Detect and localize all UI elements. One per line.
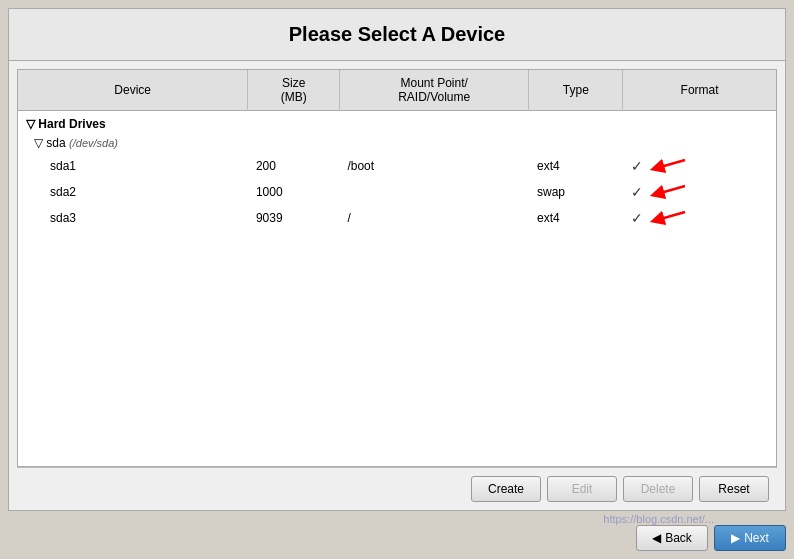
disk-sda-row[interactable]: ▽ sda (/dev/sda) — [18, 133, 776, 153]
partition-type-sda1: ext4 — [529, 153, 623, 179]
partition-mount-sda2 — [339, 179, 529, 205]
sda-path: (/dev/sda) — [69, 137, 118, 149]
partition-name-sda3: sda3 — [18, 205, 248, 231]
partition-mount-sda1: /boot — [339, 153, 529, 179]
partition-row-sda2[interactable]: sda2 1000 swap ✓ — [18, 179, 776, 205]
red-arrow-sda1 — [647, 156, 687, 176]
sda-label: sda — [46, 136, 65, 150]
partition-name-sda1: sda1 — [18, 153, 248, 179]
group-label: Hard Drives — [38, 117, 105, 131]
checkmark-sda2: ✓ — [631, 184, 643, 200]
group-hard-drives: ▽ Hard Drives — [18, 111, 776, 134]
checkmark-sda3: ✓ — [631, 210, 643, 226]
col-size: Size(MB) — [248, 70, 340, 111]
partition-type-sda2: swap — [529, 179, 623, 205]
partition-size-sda1: 200 — [248, 153, 340, 179]
partition-name-sda2: sda2 — [18, 179, 248, 205]
partition-row-sda1[interactable]: sda1 200 /boot ext4 ✓ — [18, 153, 776, 179]
col-type: Type — [529, 70, 623, 111]
expand-icon: ▽ — [26, 117, 35, 131]
col-device: Device — [18, 70, 248, 111]
next-icon: ▶ — [731, 531, 740, 545]
reset-button[interactable]: Reset — [699, 476, 769, 502]
next-label: Next — [744, 531, 769, 545]
partition-size-sda3: 9039 — [248, 205, 340, 231]
partition-format-sda3[interactable]: ✓ — [623, 205, 776, 231]
back-button[interactable]: ◀ Back — [636, 525, 708, 551]
partition-row-sda3[interactable]: sda3 9039 / ext4 ✓ — [18, 205, 776, 231]
col-mountpoint: Mount Point/RAID/Volume — [339, 70, 529, 111]
back-icon: ◀ — [652, 531, 661, 545]
page-title: Please Select A Device — [19, 23, 775, 46]
col-format: Format — [623, 70, 776, 111]
red-arrow-sda3 — [647, 208, 687, 228]
sda-expand-icon: ▽ — [34, 136, 43, 150]
partition-mount-sda3: / — [339, 205, 529, 231]
back-label: Back — [665, 531, 692, 545]
svg-line-3 — [657, 186, 685, 194]
delete-button[interactable]: Delete — [623, 476, 693, 502]
partition-type-sda3: ext4 — [529, 205, 623, 231]
checkmark-sda1: ✓ — [631, 158, 643, 174]
create-button[interactable]: Create — [471, 476, 541, 502]
partition-size-sda2: 1000 — [248, 179, 340, 205]
partition-format-sda2[interactable]: ✓ — [623, 179, 776, 205]
red-arrow-sda2 — [647, 182, 687, 202]
next-button[interactable]: ▶ Next — [714, 525, 786, 551]
edit-button[interactable]: Edit — [547, 476, 617, 502]
svg-line-1 — [657, 160, 685, 168]
partition-format-sda1[interactable]: ✓ — [623, 153, 776, 179]
svg-line-5 — [657, 212, 685, 220]
